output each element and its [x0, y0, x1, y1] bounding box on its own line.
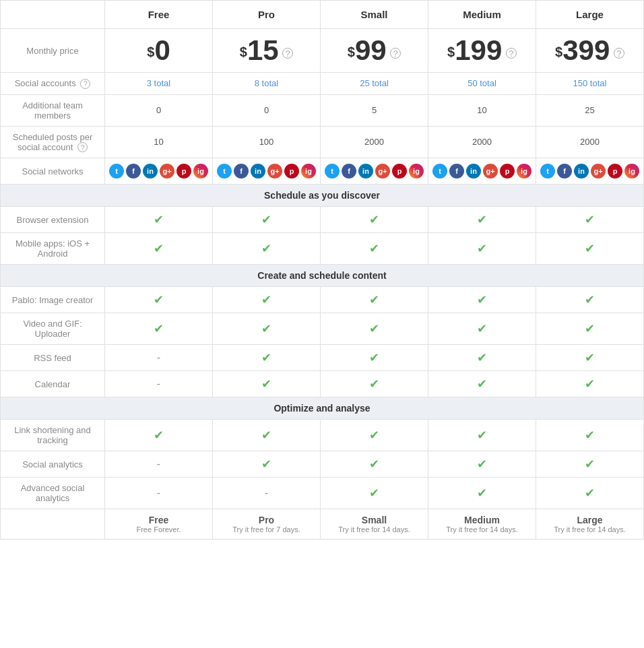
- col-header-medium: Medium: [428, 1, 536, 29]
- linkedin-icon: in: [358, 164, 373, 179]
- footer-pro-sub: Try it free for 7 days.: [217, 525, 316, 533]
- team-members-label: Additional team members: [1, 94, 105, 126]
- footer-small: Small Try it free for 14 days.: [321, 509, 428, 540]
- footer-medium: Medium Try it free for 14 days.: [428, 509, 536, 540]
- social-networks-small: t f in g+ p ig: [321, 158, 428, 185]
- price-pro-help[interactable]: ?: [282, 48, 293, 59]
- linkedin-icon: in: [574, 164, 589, 179]
- rss-feed-row: RSS feed - ✔ ✔ ✔ ✔: [1, 345, 644, 371]
- col-header-large: Large: [536, 1, 644, 29]
- social-networks-row: Social networks t f in g+ p ig t f in g+…: [1, 158, 644, 185]
- footer-pro-name: Pro: [217, 515, 316, 525]
- price-medium-help[interactable]: ?: [506, 48, 517, 59]
- linkedin-icon: in: [143, 164, 158, 179]
- facebook-icon: f: [557, 164, 572, 179]
- pablo-pro: ✔: [213, 287, 321, 313]
- social-accounts-pro: 8 total: [213, 73, 321, 95]
- section-schedule-title: Schedule as you discover: [1, 185, 644, 207]
- browser-extension-free: ✔: [105, 207, 213, 233]
- linkedin-icon: in: [251, 164, 265, 179]
- instagram-icon: ig: [624, 164, 639, 179]
- price-small-help[interactable]: ?: [390, 48, 401, 59]
- googleplus-icon: g+: [160, 164, 174, 179]
- section-optimize: Optimize and analyse: [1, 397, 644, 420]
- social-analytics-row: Social analytics - ✔ ✔ ✔ ✔: [1, 451, 644, 478]
- mobile-apps-label: Mobile apps: iOS + Android: [1, 233, 105, 265]
- social-accounts-free: 3 total: [105, 73, 213, 95]
- calendar-large: ✔: [536, 371, 644, 397]
- link-shortening-small: ✔: [321, 420, 428, 451]
- calendar-small: ✔: [321, 371, 428, 397]
- social-accounts-row: Social accounts ? 3 total 8 total 25 tot…: [1, 73, 644, 95]
- price-free: $0: [105, 29, 213, 73]
- footer-empty: [1, 509, 105, 540]
- team-members-row: Additional team members 0 0 5 10 25: [1, 94, 644, 126]
- advanced-analytics-row: Advanced social analytics - - ✔ ✔ ✔: [1, 478, 644, 509]
- facebook-icon: f: [342, 164, 356, 179]
- social-analytics-pro: ✔: [213, 451, 321, 478]
- section-create: Create and schedule content: [1, 265, 644, 287]
- instagram-icon: ig: [517, 164, 532, 179]
- scheduled-posts-medium: 2000: [428, 126, 536, 158]
- rss-feed-small: ✔: [321, 345, 428, 371]
- price-medium: $199 ?: [428, 29, 536, 73]
- rss-feed-free: -: [105, 345, 213, 371]
- scheduled-posts-small: 2000: [321, 126, 428, 158]
- social-icons-pro: t f in g+ p ig: [217, 164, 316, 179]
- col-header-small: Small: [321, 1, 428, 29]
- footer-small-sub: Try it free for 14 days.: [325, 525, 424, 533]
- price-large-help[interactable]: ?: [614, 48, 624, 59]
- pinterest-icon: p: [500, 164, 515, 179]
- social-networks-medium: t f in g+ p ig: [428, 158, 536, 185]
- advanced-analytics-small: ✔: [321, 478, 428, 509]
- scheduled-posts-free: 10: [105, 126, 213, 158]
- social-accounts-label: Social accounts ?: [1, 73, 105, 95]
- footer-free: Free Free Forever.: [105, 509, 213, 540]
- scheduled-posts-label: Scheduled posts per social account ?: [1, 126, 105, 158]
- facebook-icon: f: [449, 164, 464, 179]
- browser-extension-label: Browser extension: [1, 207, 105, 233]
- twitter-icon: t: [217, 164, 232, 179]
- team-members-small: 5: [321, 94, 428, 126]
- social-analytics-medium: ✔: [428, 451, 536, 478]
- link-shortening-medium: ✔: [428, 420, 536, 451]
- price-pro: $15 ?: [213, 29, 321, 73]
- price-small: $99 ?: [321, 29, 428, 73]
- footer-free-sub: Free Forever.: [109, 525, 208, 533]
- monthly-price-label: Monthly price: [1, 29, 105, 73]
- social-networks-pro: t f in g+ p ig: [213, 158, 321, 185]
- footer-medium-sub: Try it free for 14 days.: [432, 525, 532, 533]
- scheduled-posts-row: Scheduled posts per social account ? 10 …: [1, 126, 644, 158]
- social-icons-small: t f in g+ p ig: [325, 164, 424, 179]
- link-shortening-row: Link shortening and tracking ✔ ✔ ✔ ✔ ✔: [1, 420, 644, 451]
- footer-small-name: Small: [325, 515, 424, 525]
- browser-extension-medium: ✔: [428, 207, 536, 233]
- rss-feed-pro: ✔: [213, 345, 321, 371]
- video-gif-free: ✔: [105, 313, 213, 345]
- pinterest-icon: p: [284, 164, 299, 179]
- pablo-small: ✔: [321, 287, 428, 313]
- footer-large: Large Try it free for 14 days.: [536, 509, 644, 540]
- browser-extension-small: ✔: [321, 207, 428, 233]
- social-icons-large: t f in g+ p ig: [540, 164, 639, 179]
- section-optimize-title: Optimize and analyse: [1, 397, 644, 420]
- calendar-medium: ✔: [428, 371, 536, 397]
- link-shortening-pro: ✔: [213, 420, 321, 451]
- browser-extension-pro: ✔: [213, 207, 321, 233]
- footer-pro: Pro Try it free for 7 days.: [213, 509, 321, 540]
- twitter-icon: t: [109, 164, 124, 179]
- pablo-row: Pablo: Image creator ✔ ✔ ✔ ✔ ✔: [1, 287, 644, 313]
- googleplus-icon: g+: [267, 164, 282, 179]
- browser-extension-row: Browser extension ✔ ✔ ✔ ✔ ✔: [1, 207, 644, 233]
- pinterest-icon: p: [392, 164, 407, 179]
- scheduled-posts-help-icon[interactable]: ?: [77, 142, 88, 152]
- advanced-analytics-large: ✔: [536, 478, 644, 509]
- social-accounts-small: 25 total: [321, 73, 428, 95]
- calendar-label: Calendar: [1, 371, 105, 397]
- social-analytics-small: ✔: [321, 451, 428, 478]
- empty-header: [1, 1, 105, 29]
- social-accounts-large: 150 total: [536, 73, 644, 95]
- social-accounts-help-icon[interactable]: ?: [80, 79, 90, 89]
- pablo-medium: ✔: [428, 287, 536, 313]
- col-header-pro: Pro: [213, 1, 321, 29]
